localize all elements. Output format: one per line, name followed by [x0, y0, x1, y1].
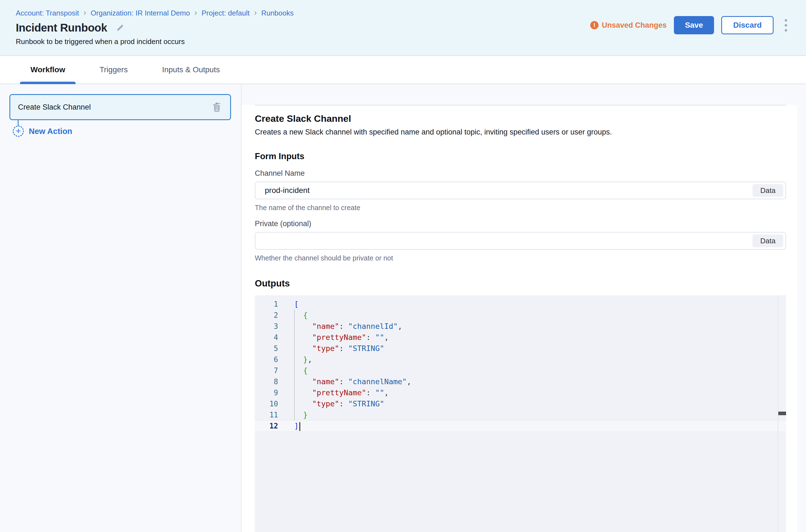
- line-number: 1: [255, 299, 278, 310]
- outputs-code-editor[interactable]: 1[2 {3 "name": "channelId",4 "prettyName…: [255, 295, 786, 532]
- chevron-right-icon: ›: [84, 8, 86, 18]
- code-line[interactable]: 2 {: [255, 310, 786, 321]
- channel-name-input[interactable]: [255, 182, 786, 199]
- private-input[interactable]: [255, 232, 786, 250]
- chevron-right-icon: ›: [254, 8, 257, 18]
- line-number: 2: [255, 310, 278, 321]
- edit-pencil-icon[interactable]: [115, 23, 125, 33]
- code-line[interactable]: 7 {: [255, 365, 786, 376]
- save-button[interactable]: Save: [674, 16, 714, 34]
- delete-trash-icon[interactable]: [211, 101, 222, 113]
- panel-top-divider: [255, 105, 786, 106]
- code-line[interactable]: 4 "prettyName": "",: [255, 332, 786, 343]
- runbook-editor-page: Account: Transposit › Organization: IR I…: [0, 0, 806, 532]
- page-title: Incident Runbook: [16, 22, 107, 34]
- line-number: 4: [255, 332, 278, 343]
- line-number: 6: [255, 354, 278, 365]
- channel-name-label: Channel Name: [255, 169, 786, 178]
- outputs-heading: Outputs: [255, 278, 786, 289]
- line-number: 3: [255, 321, 278, 332]
- line-number: 8: [255, 376, 278, 387]
- code-line[interactable]: 12]: [255, 420, 786, 432]
- action-detail-panel: Create Slack Channel Creates a new Slack…: [241, 105, 797, 532]
- tab-inputs-outputs[interactable]: Inputs & Outputs: [162, 56, 220, 83]
- outputs-editor-lines: 1[2 {3 "name": "channelId",4 "prettyName…: [255, 299, 786, 432]
- runbook-description: Runbook to be triggered when a prod inci…: [16, 37, 806, 46]
- line-number: 9: [255, 387, 278, 398]
- action-detail-title: Create Slack Channel: [255, 113, 786, 124]
- form-inputs-heading: Form Inputs: [255, 151, 786, 162]
- breadcrumb-account[interactable]: Account: Transposit: [16, 9, 79, 17]
- tab-bar: Workflow Triggers Inputs & Outputs: [0, 56, 806, 84]
- code-line[interactable]: 8 "name": "channelName",: [255, 376, 786, 387]
- chevron-right-icon: ›: [195, 8, 197, 18]
- line-number: 12: [255, 420, 278, 432]
- action-card-label: Create Slack Channel: [18, 103, 211, 112]
- private-help-text: Whether the channel should be private or…: [255, 254, 786, 262]
- alert-icon: !: [590, 21, 599, 29]
- page-header: Account: Transposit › Organization: IR I…: [0, 0, 806, 56]
- breadcrumb-runbooks[interactable]: Runbooks: [261, 9, 294, 17]
- discard-button[interactable]: Discard: [721, 16, 774, 34]
- code-line[interactable]: 1[: [255, 299, 786, 310]
- tab-workflow[interactable]: Workflow: [31, 56, 65, 83]
- channel-name-help-text: The name of the channel to create: [255, 204, 786, 212]
- action-card-create-slack-channel[interactable]: Create Slack Channel: [10, 94, 231, 120]
- code-line[interactable]: 3 "name": "channelId",: [255, 321, 786, 332]
- code-line[interactable]: 6 },: [255, 354, 786, 365]
- action-detail-description: Creates a new Slack channel with specifi…: [255, 128, 786, 136]
- new-action-button[interactable]: + New Action: [13, 126, 241, 137]
- line-number: 5: [255, 343, 278, 354]
- code-line[interactable]: 9 "prettyName": "",: [255, 387, 786, 398]
- new-action-label: New Action: [29, 127, 72, 136]
- line-number: 10: [255, 398, 278, 410]
- unsaved-changes-badge: ! Unsaved Changes: [590, 21, 667, 30]
- breadcrumb-organization[interactable]: Organization: IR Internal Demo: [91, 9, 190, 17]
- text-cursor: [299, 422, 300, 431]
- code-line[interactable]: 10 "type": "STRING": [255, 398, 786, 410]
- plus-icon: +: [13, 126, 24, 137]
- workflow-connector-line: [18, 120, 19, 126]
- workflow-steps-panel: Create Slack Channel + New Action: [0, 84, 241, 532]
- line-number: 7: [255, 365, 278, 376]
- editor-scrollbar-thumb[interactable]: [778, 412, 786, 415]
- breadcrumb-project[interactable]: Project: default: [202, 9, 250, 17]
- code-line[interactable]: 11 }: [255, 410, 786, 420]
- code-line[interactable]: 5 "type": "STRING": [255, 343, 786, 354]
- more-options-kebab-icon[interactable]: [782, 17, 790, 33]
- private-label: Private (optional): [255, 220, 786, 228]
- unsaved-changes-label: Unsaved Changes: [602, 21, 667, 30]
- tab-triggers[interactable]: Triggers: [99, 56, 128, 83]
- private-data-button[interactable]: Data: [753, 234, 783, 247]
- channel-name-data-button[interactable]: Data: [753, 184, 783, 197]
- line-number: 11: [255, 410, 278, 420]
